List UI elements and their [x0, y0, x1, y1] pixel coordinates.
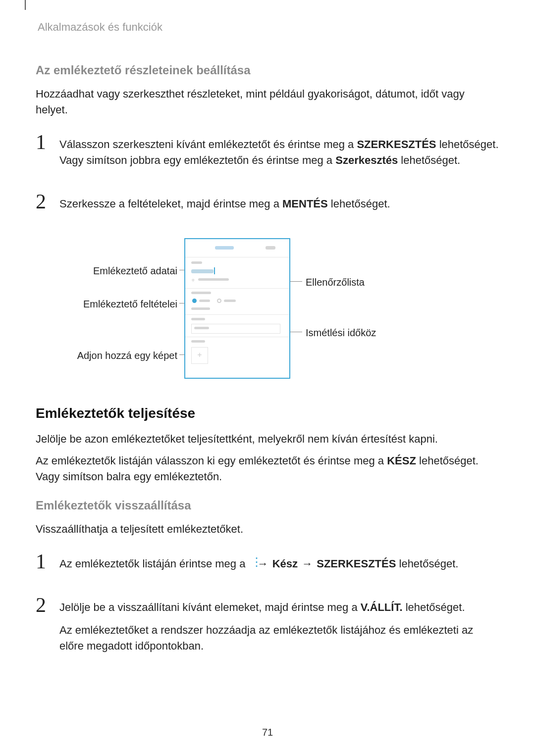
section-heading-details: Az emlékeztető részleteinek beállítása [36, 63, 499, 77]
step-text: Válasszon szerkeszteni kívánt emlékeztet… [59, 137, 499, 168]
section-heading-complete: Emlékeztetők teljesítése [36, 405, 499, 421]
body-text: Jelölje be azon emlékeztetőket teljesíte… [36, 431, 499, 447]
phone-mockup: + + [184, 238, 290, 379]
add-image-box: + [191, 347, 208, 364]
step-1: 1 Az emlékeztetők listáján érintse meg a… [36, 551, 499, 579]
step-text: Az emlékeztetők listáján érintse meg a →… [59, 556, 458, 572]
step-2: 2 Szerkessze a feltételeket, majd érints… [36, 191, 499, 219]
section-heading-restore: Emlékeztetők visszaállítása [36, 499, 499, 512]
callout-add-image: Adjon hozzá egy képet [59, 350, 177, 361]
plus-icon: + [191, 276, 195, 284]
body-text: Visszaállíthatja a teljesített emlékezte… [36, 521, 499, 537]
step-1: 1 Válasszon szerkeszteni kívánt emlékezt… [36, 132, 499, 175]
callout-reminder-data: Emlékeztető adatai [59, 265, 177, 277]
step-number: 1 [36, 551, 49, 572]
more-options-icon [251, 558, 255, 569]
radio-selected-icon [192, 299, 197, 303]
step-text: Az emlékeztetőket a rendszer hozzáadja a… [59, 622, 499, 654]
step-text: Szerkessze a feltételeket, majd érintse … [59, 196, 390, 212]
page-number: 71 [0, 727, 535, 738]
annotated-screenshot: Emlékeztető adatai Emlékeztető feltétele… [36, 234, 501, 383]
step-text: Jelölje be a visszaállítani kívánt eleme… [59, 600, 499, 615]
radio-unselected-icon [217, 299, 221, 303]
crop-mark [25, 0, 26, 10]
body-text: Az emlékeztetők listáján válasszon ki eg… [36, 453, 499, 485]
step-number: 2 [36, 595, 49, 615]
running-header: Alkalmazások és funkciók [38, 21, 499, 34]
step-number: 1 [36, 132, 49, 152]
callout-checklist: Ellenőrzőlista [306, 277, 365, 288]
step-number: 2 [36, 191, 49, 212]
step-2: 2 Jelölje be a visszaállítani kívánt ele… [36, 595, 499, 661]
callout-repeat-interval: Ismétlési időköz [306, 327, 376, 339]
section-intro: Hozzáadhat vagy szerkeszthet részleteket… [36, 86, 499, 118]
callout-reminder-conditions: Emlékeztető feltételei [59, 299, 177, 310]
